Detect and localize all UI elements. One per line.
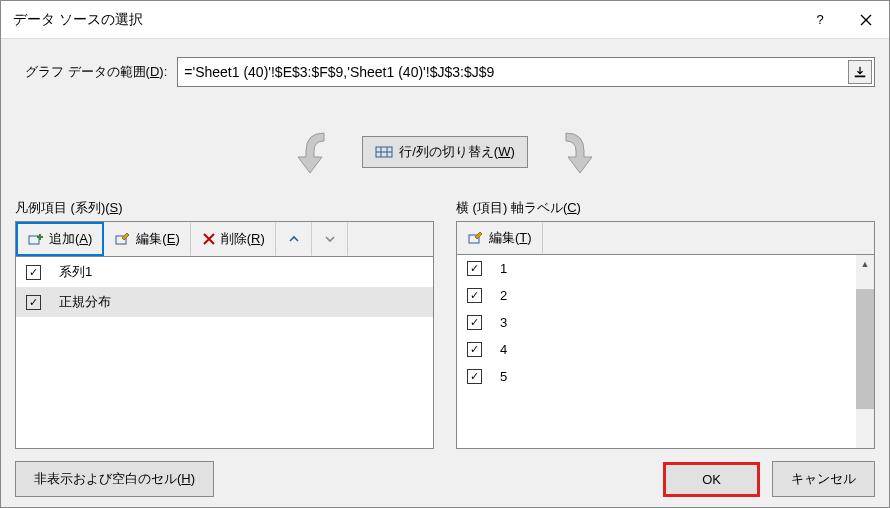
chart-data-range-value: ='Sheet1 (40)'!$E$3:$F$9,'Sheet1 (40)'!$…: [184, 64, 494, 80]
list-item-label: 正規分布: [59, 293, 111, 311]
add-series-button[interactable]: 追加(A): [16, 222, 104, 256]
dialog: データ ソースの選択 ? グラフ データの範囲(D): ='Sheet1 (40…: [0, 0, 890, 508]
titlebar: データ ソースの選択 ?: [1, 1, 889, 39]
move-down-button[interactable]: [312, 222, 348, 256]
legend-list[interactable]: 系列1正規分布: [15, 256, 434, 449]
help-button[interactable]: ?: [797, 2, 843, 38]
list-item-label: 1: [500, 261, 507, 276]
scroll-thumb[interactable]: [856, 289, 874, 409]
list-item[interactable]: 3: [457, 309, 874, 336]
close-icon: [858, 12, 874, 28]
edit-icon: [115, 231, 131, 247]
checkbox[interactable]: [26, 265, 41, 280]
checkbox[interactable]: [467, 288, 482, 303]
chart-data-range-label: グラフ データの範囲(D):: [15, 63, 167, 81]
checkbox[interactable]: [26, 295, 41, 310]
add-icon: [28, 231, 44, 247]
legend-entries-panel: 凡例項目 (系列)(S) 追加(A) 編集(E) 削除(R): [15, 199, 434, 449]
axis-list[interactable]: 12345 ▲: [456, 254, 875, 449]
scroll-up-icon[interactable]: ▲: [856, 255, 874, 273]
legend-entries-title: 凡例項目 (系列)(S): [15, 199, 434, 217]
ok-button[interactable]: OK: [663, 462, 760, 497]
list-item[interactable]: 系列1: [16, 257, 433, 287]
edit-series-button[interactable]: 編集(E): [104, 222, 190, 256]
dialog-content: グラフ データの範囲(D): ='Sheet1 (40)'!$E$3:$F$9,…: [1, 39, 889, 507]
svg-rect-0: [855, 76, 866, 78]
list-item-label: 3: [500, 315, 507, 330]
list-item[interactable]: 4: [457, 336, 874, 363]
list-item-label: 5: [500, 369, 507, 384]
list-item-label: 2: [500, 288, 507, 303]
cancel-button[interactable]: キャンセル: [772, 461, 875, 497]
axis-labels-title: 横 (項目) 軸ラベル(C): [456, 199, 875, 217]
footer: 非表示および空白のセル(H) OK キャンセル: [15, 449, 875, 497]
chevron-up-icon: [288, 233, 300, 245]
legend-toolbar: 追加(A) 編集(E) 削除(R): [15, 221, 434, 256]
axis-labels-panel: 横 (項目) 軸ラベル(C) 編集(T) 12345 ▲: [456, 199, 875, 449]
collapse-dialog-icon: [853, 65, 867, 79]
range-picker-button[interactable]: [848, 60, 872, 84]
scrollbar[interactable]: ▲: [856, 255, 874, 448]
swap-row: 行/列の切り替え(W): [15, 127, 875, 177]
list-item[interactable]: 1: [457, 255, 874, 282]
chevron-down-icon: [324, 233, 336, 245]
list-item[interactable]: 2: [457, 282, 874, 309]
switch-icon: [375, 143, 393, 161]
arrow-right-icon: [536, 127, 636, 177]
list-item-label: 系列1: [59, 263, 92, 281]
lists-row: 凡例項目 (系列)(S) 追加(A) 編集(E) 削除(R): [15, 199, 875, 449]
hidden-empty-cells-button[interactable]: 非表示および空白のセル(H): [15, 461, 214, 497]
list-item[interactable]: 正規分布: [16, 287, 433, 317]
dialog-title: データ ソースの選択: [13, 11, 797, 29]
axis-toolbar: 編集(T): [456, 221, 875, 254]
close-button[interactable]: [843, 2, 889, 38]
list-item[interactable]: 5: [457, 363, 874, 390]
arrow-left-icon: [254, 127, 354, 177]
edit-axis-button[interactable]: 編集(T): [457, 222, 543, 254]
move-up-button[interactable]: [276, 222, 312, 256]
checkbox[interactable]: [467, 369, 482, 384]
checkbox[interactable]: [467, 342, 482, 357]
checkbox[interactable]: [467, 315, 482, 330]
remove-series-button[interactable]: 削除(R): [191, 222, 276, 256]
chart-data-range-row: グラフ データの範囲(D): ='Sheet1 (40)'!$E$3:$F$9,…: [15, 57, 875, 87]
remove-icon: [202, 232, 216, 246]
switch-row-column-button[interactable]: 行/列の切り替え(W): [362, 136, 528, 168]
list-item-label: 4: [500, 342, 507, 357]
chart-data-range-input[interactable]: ='Sheet1 (40)'!$E$3:$F$9,'Sheet1 (40)'!$…: [177, 57, 875, 87]
edit-icon: [468, 230, 484, 246]
checkbox[interactable]: [467, 261, 482, 276]
